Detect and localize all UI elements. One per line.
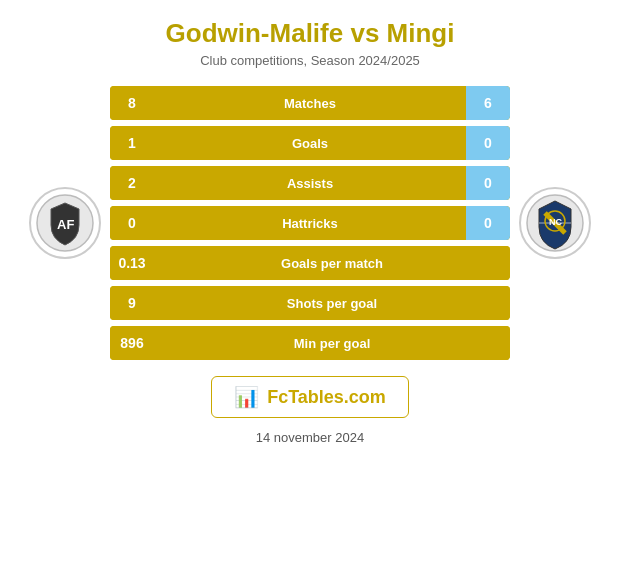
stat-left-value: 896 (110, 326, 154, 360)
stat-left-value: 0 (110, 206, 154, 240)
left-logo-circle: AF (29, 187, 101, 259)
stat-row: 8Matches6 (110, 86, 510, 120)
stat-row: 0Hattricks0 (110, 206, 510, 240)
stat-label: Matches (154, 86, 466, 120)
stat-left-value: 1 (110, 126, 154, 160)
match-subtitle: Club competitions, Season 2024/2025 (200, 53, 420, 68)
stat-right-value: 0 (466, 126, 510, 160)
stat-label: Shots per goal (154, 286, 510, 320)
stat-row: 9Shots per goal (110, 286, 510, 320)
stat-label: Goals (154, 126, 466, 160)
stat-label: Goals per match (154, 246, 510, 280)
svg-text:NC: NC (549, 217, 562, 227)
right-logo-circle: NC (519, 187, 591, 259)
stat-left-value: 8 (110, 86, 154, 120)
stat-row: 1Goals0 (110, 126, 510, 160)
stat-right-value: 6 (466, 86, 510, 120)
content-area: AF 8Matches61Goals02Assists00Hattricks00… (20, 86, 600, 360)
right-club-logo: NC (510, 187, 600, 259)
watermark: 📊 FcTables.com (211, 376, 409, 418)
stat-row: 2Assists0 (110, 166, 510, 200)
stat-label: Assists (154, 166, 466, 200)
stat-row: 896Min per goal (110, 326, 510, 360)
stat-left-value: 9 (110, 286, 154, 320)
stat-right-value: 0 (466, 166, 510, 200)
stat-label: Min per goal (154, 326, 510, 360)
stat-right-value: 0 (466, 206, 510, 240)
watermark-icon: 📊 (234, 385, 259, 409)
watermark-text: FcTables.com (267, 387, 386, 408)
svg-text:AF: AF (57, 217, 74, 232)
footer-date: 14 november 2024 (256, 430, 364, 445)
stats-section: 8Matches61Goals02Assists00Hattricks00.13… (110, 86, 510, 360)
stat-label: Hattricks (154, 206, 466, 240)
stat-left-value: 2 (110, 166, 154, 200)
match-title: Godwin-Malife vs Mingi (166, 18, 455, 49)
left-club-logo: AF (20, 187, 110, 259)
stat-left-value: 0.13 (110, 246, 154, 280)
main-container: Godwin-Malife vs Mingi Club competitions… (0, 0, 620, 580)
stat-row: 0.13Goals per match (110, 246, 510, 280)
